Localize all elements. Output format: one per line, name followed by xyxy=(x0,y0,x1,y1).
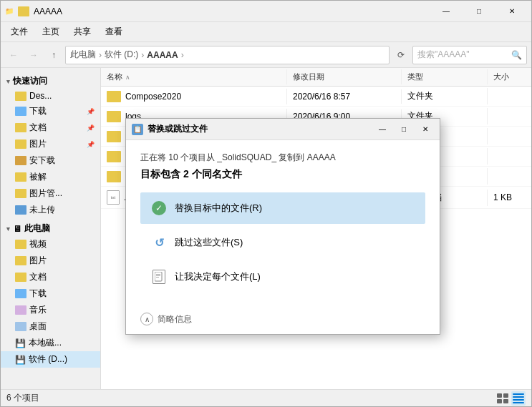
titlebar-controls: — □ ✕ xyxy=(430,1,528,22)
sidebar-item-label: Des... xyxy=(29,91,52,101)
dialog-close-button[interactable]: ✕ xyxy=(417,122,434,137)
maximize-button[interactable]: □ xyxy=(463,1,495,22)
back-button[interactable]: ← xyxy=(5,46,22,64)
dialog-maximize-button[interactable]: □ xyxy=(395,122,412,137)
sidebar-item-doc2[interactable]: 文档 xyxy=(1,269,100,285)
menu-file[interactable]: 文件 xyxy=(4,23,35,41)
txt-icon: txt xyxy=(107,190,120,205)
sidebar-item-pic[interactable]: 图片 xyxy=(1,252,100,269)
file-name: Compose2020 xyxy=(125,92,181,102)
search-placeholder: 搜索"AAAAA" xyxy=(417,49,470,61)
folder-icon xyxy=(107,171,121,182)
quick-access-label: 快速访问 xyxy=(13,75,47,87)
minimize-button[interactable]: — xyxy=(430,1,463,22)
folder-icon xyxy=(15,172,26,182)
skip-option[interactable]: ↺ 跳过这些文件(S) xyxy=(140,227,425,258)
sidebar-item-desktop[interactable]: 桌面 xyxy=(1,318,100,335)
menu-share[interactable]: 共享 xyxy=(67,23,98,41)
sidebar-item-label: 安下载 xyxy=(29,155,55,167)
folder-icon xyxy=(15,92,26,101)
sidebar-item-pojie[interactable]: 被解 xyxy=(1,169,100,185)
sidebar-item-pictures[interactable]: 图片 📌 xyxy=(1,136,100,152)
titlebar: 📁 AAAAA — □ ✕ xyxy=(1,1,531,22)
svg-rect-2 xyxy=(497,399,502,403)
folder-icon xyxy=(15,139,26,149)
folder-icon xyxy=(107,151,121,162)
file-size: 1 KB xyxy=(488,190,531,205)
replace-option[interactable]: ✓ 替换目标中的文件(R) xyxy=(140,192,425,224)
decide-option[interactable]: 让我决定每个文件(L) xyxy=(140,261,425,293)
this-pc-icon: 🖥 xyxy=(13,224,21,234)
chevron-down-icon: ▾ xyxy=(6,225,10,232)
sidebar-item-music[interactable]: 音乐 xyxy=(1,302,100,318)
sidebar-item-label: 下载 xyxy=(29,105,47,117)
expand-icon: ∧ xyxy=(140,313,153,325)
folder-icon xyxy=(15,273,26,282)
skip-option-label: 跳过这些文件(S) xyxy=(175,236,243,249)
file-size xyxy=(488,114,531,119)
up-button[interactable]: ↑ xyxy=(45,46,62,64)
window-icon-btn: 📁 xyxy=(4,6,15,17)
address-bar[interactable]: 此电脑 › 软件 (D:) › AAAAA › xyxy=(65,46,390,64)
status-count: 6 个项目 xyxy=(6,392,39,404)
disk-icon: 💾 xyxy=(15,338,26,348)
pin-icon: 📌 xyxy=(87,124,95,132)
quick-access-section: ▾ 快速访问 Des... 下载 📌 文档 📌 xyxy=(1,74,100,218)
close-button[interactable]: ✕ xyxy=(495,1,528,22)
file-type: 文件夹 xyxy=(402,88,488,104)
folder-icon xyxy=(107,111,121,122)
col-header-date[interactable]: 修改日期 xyxy=(287,69,402,84)
file-size xyxy=(488,94,531,99)
sidebar-item-video[interactable]: 视频 xyxy=(1,236,100,252)
svg-rect-6 xyxy=(513,399,524,401)
sidebar-item-imgmgr[interactable]: 图片管... xyxy=(1,185,100,202)
chevron-down-icon: ▾ xyxy=(6,78,10,85)
col-header-type[interactable]: 类型 xyxy=(402,69,488,84)
dialog-footer-label: 简略信息 xyxy=(158,313,192,325)
menu-home[interactable]: 主页 xyxy=(35,23,67,41)
dialog-minimize-button[interactable]: — xyxy=(374,122,391,137)
search-icon: 🔍 xyxy=(511,50,522,60)
this-pc-header[interactable]: ▾ 🖥 此电脑 xyxy=(1,221,100,236)
svg-rect-7 xyxy=(513,402,524,403)
list-view-button[interactable] xyxy=(495,391,510,406)
forward-button[interactable]: → xyxy=(25,46,42,64)
address-part-pc: 此电脑 xyxy=(70,49,96,61)
sidebar-item-label: 被解 xyxy=(29,171,47,183)
col-header-size[interactable]: 大小 xyxy=(488,69,531,84)
svg-rect-0 xyxy=(497,393,502,398)
sidebar-item-andownload[interactable]: 安下载 xyxy=(1,152,100,169)
svg-rect-4 xyxy=(513,393,524,395)
col-header-name[interactable]: 名称 ∧ xyxy=(101,69,287,84)
dialog-title: 替换或跳过文件 xyxy=(147,123,369,135)
refresh-button[interactable]: ⟳ xyxy=(392,46,410,64)
titlebar-icons: 📁 xyxy=(4,6,15,17)
sidebar: ▾ 快速访问 Des... 下载 📌 文档 📌 xyxy=(1,68,101,389)
check-icon: ✓ xyxy=(150,200,168,217)
file-date: 2020/6/16 8:57 xyxy=(287,89,402,104)
menu-view[interactable]: 查看 xyxy=(98,23,130,41)
sidebar-item-label: 文档 xyxy=(29,271,47,283)
svg-rect-11 xyxy=(156,277,159,278)
svg-rect-3 xyxy=(503,399,508,403)
folder-icon xyxy=(15,189,26,198)
sidebar-item-download[interactable]: 下载 📌 xyxy=(1,103,100,119)
titlebar-folder-icon xyxy=(18,6,29,16)
quick-access-header[interactable]: ▾ 快速访问 xyxy=(1,74,100,89)
copy-dialog: 📋 替换或跳过文件 — □ ✕ 正在将 10 个项目从 _SolidSQUAD_… xyxy=(125,118,440,335)
sidebar-item-docs[interactable]: 文档 📌 xyxy=(1,119,100,136)
folder-icon xyxy=(15,205,26,215)
table-row[interactable]: Compose2020 2020/6/16 8:57 文件夹 xyxy=(101,87,531,107)
dialog-footer[interactable]: ∧ 简略信息 xyxy=(126,307,440,334)
dialog-app-icon: 📋 xyxy=(132,124,143,135)
search-bar[interactable]: 搜索"AAAAA" 🔍 xyxy=(412,46,527,64)
sidebar-item-software-disk[interactable]: 💾 软件 (D...) xyxy=(1,351,100,368)
detail-view-button[interactable] xyxy=(511,391,526,406)
sidebar-item-label: 未上传 xyxy=(29,204,55,216)
sidebar-item-localdisk[interactable]: 💾 本地磁... xyxy=(1,335,100,351)
sidebar-item-label: 文档 xyxy=(29,122,47,134)
sidebar-item-dl2[interactable]: 下载 xyxy=(1,285,100,302)
sidebar-item-upload[interactable]: 未上传 xyxy=(1,202,100,218)
svg-rect-5 xyxy=(513,396,524,398)
sidebar-item-des[interactable]: Des... xyxy=(1,89,100,103)
